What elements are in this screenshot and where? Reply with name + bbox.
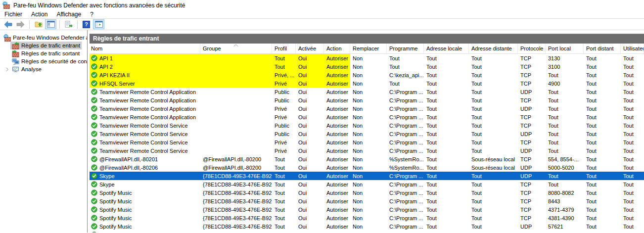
cell-local_address: Tout (424, 79, 469, 88)
cell-protocol: UDP (518, 104, 546, 113)
cell-local_address: Tout (424, 188, 469, 197)
sidebar-item-analyse[interactable]: Analyse (0, 65, 87, 73)
sidebar-item-pare-feu-windows-defender-av[interactable]: Pare-feu Windows Defender av (0, 34, 87, 42)
cell-protocol: UDP (518, 222, 546, 231)
column-header-users[interactable]: Utilisateurs (621, 44, 644, 53)
sidebar-item-r-gles-de-s-curit-de-conne[interactable]: Règles de sécurité de conne (0, 57, 87, 65)
column-header-remote_port[interactable]: Port distant (584, 44, 621, 53)
table-row[interactable]: Teamviewer Remote Control ServicePublicO… (90, 121, 644, 130)
action-pane-toggle[interactable] (93, 19, 104, 29)
cell-program: C:\Program ... (387, 180, 424, 188)
up-level-button[interactable] (33, 19, 44, 29)
cell-local_port: Tout (546, 146, 584, 155)
cell-remote_port: Tout (584, 188, 621, 197)
cell-action: Autoriser (324, 205, 350, 214)
check-icon (91, 114, 97, 120)
rule-name: Spotify Music (99, 215, 132, 221)
table-row[interactable]: Spotify Music{78E1CD88-49E3-476E-B926-..… (90, 214, 644, 222)
console-tree-toggle[interactable] (45, 19, 56, 29)
column-header-label: Groupe (203, 46, 221, 51)
column-header-label: Profil (275, 46, 287, 51)
table-row[interactable]: @FirewallAPI.dll,-80206@FirewallAPI.dll,… (90, 163, 644, 172)
table-row[interactable]: Skype{78E1CD88-49E3-476E-B926-...ToutOui… (90, 172, 644, 180)
table-row[interactable]: Teamviewer Remote Control ServicePrivéOu… (90, 146, 644, 155)
cell-local_port: Tout (546, 113, 584, 121)
back-button[interactable] (2, 19, 14, 29)
table-row[interactable]: @FirewallAPI.dll,-80201@FirewallAPI.dll,… (90, 155, 644, 163)
rule-name: Skype (99, 173, 115, 179)
menu-item-help[interactable]: ? (86, 11, 98, 19)
table-row[interactable]: HFSQL ServerPrivéOuiAutoriserNonToutTout… (90, 79, 644, 88)
table-row[interactable]: API 2ToutOuiAutoriserNonToutToutToutTCP3… (90, 62, 644, 71)
column-header-enabled[interactable]: Activée (296, 44, 324, 53)
table-row[interactable]: Spotify Music{78E1CD88-49E3-476E-B926-..… (90, 205, 644, 214)
chevron-right-icon[interactable] (4, 67, 10, 72)
cell-action: Autoriser (324, 62, 350, 71)
menu-item-affichage[interactable]: Affichage (52, 11, 86, 19)
rule-name: Teamviewer Remote Control Service (99, 123, 188, 129)
table-row[interactable]: Spotify Music{78E1CD88-49E3-476E-B926-..… (90, 197, 644, 205)
tree-item-content: Règles de trafic entrant (10, 42, 82, 49)
cell-group: {78E1CD88-49E3-476E-B926-... (200, 180, 272, 188)
cell-override: Non (350, 96, 387, 104)
cell-profile: Public (272, 96, 296, 104)
table-row[interactable]: Teamviewer Remote Control ApplicationPub… (90, 96, 644, 104)
check-icon (91, 105, 97, 112)
column-header-name[interactable]: Nom (90, 44, 200, 53)
cell-profile: Privé (272, 104, 296, 113)
column-header-local_address[interactable]: Adresse locale (424, 44, 469, 53)
rule-name: Skype (99, 182, 115, 187)
column-header-program[interactable]: Programme (387, 44, 424, 53)
cell-group (200, 138, 272, 146)
sidebar-item-r-gles-de-trafic-entrant[interactable]: Règles de trafic entrant (0, 42, 87, 49)
cell-users: Tout (621, 138, 644, 146)
column-header-action[interactable]: Action (324, 44, 350, 53)
cell-group (200, 130, 272, 138)
table-row[interactable]: Teamviewer Remote Control ApplicationPub… (90, 88, 644, 96)
column-header-label: Adresse locale (426, 46, 462, 51)
tree-item-label: Pare-feu Windows Defender av (13, 35, 87, 41)
menu-bar: FichierActionAffichage? (0, 11, 644, 19)
cell-program: C:\Program ... (387, 214, 424, 222)
cell-name: API 1 (90, 54, 200, 62)
table-row[interactable]: Teamviewer Remote Control ApplicationPri… (90, 104, 644, 113)
table-row[interactable]: Spotify Music{78E1CD88-49E3-476E-B926-..… (90, 231, 644, 233)
table-row[interactable]: Teamviewer Remote Control ServicePublicO… (90, 130, 644, 138)
cell-protocol: UDP (518, 163, 546, 172)
column-header-label: Action (326, 46, 342, 51)
cell-override: Non (350, 54, 387, 62)
table-row[interactable]: API 1ToutOuiAutoriserNonToutToutToutTCP3… (90, 54, 644, 62)
column-header-local_port[interactable]: Port local (546, 44, 584, 53)
menu-item-fichier[interactable]: Fichier (0, 11, 27, 19)
cell-local_port: 4900 (546, 79, 584, 88)
help-button[interactable]: ? (81, 19, 92, 29)
export-list-button[interactable] (63, 19, 74, 29)
column-header-override[interactable]: Remplacer (350, 44, 387, 53)
cell-action: Autoriser (324, 180, 350, 188)
column-header-profile[interactable]: Profil (272, 44, 296, 53)
table-row[interactable]: Spotify Music{78E1CD88-49E3-476E-B926-..… (90, 222, 644, 231)
cell-remote_port: Tout (584, 113, 621, 121)
menu-item-action[interactable]: Action (27, 11, 52, 19)
cell-remote_port: Tout (584, 155, 621, 163)
cell-enabled: Oui (296, 88, 324, 96)
forward-button[interactable] (15, 19, 26, 29)
check-icon (91, 206, 97, 213)
column-header-group[interactable]: Groupe (200, 44, 272, 53)
cell-remote_port: Tout (584, 146, 621, 155)
sidebar-item-r-gles-de-trafic-sortant[interactable]: Règles de trafic sortant (0, 49, 87, 57)
cell-local_port: 57621-57... (546, 231, 584, 233)
column-header-remote_address[interactable]: Adresse distante (469, 44, 518, 53)
table-row[interactable]: Teamviewer Remote Control ApplicationPri… (90, 113, 644, 121)
cell-protocol: TCP (518, 138, 546, 146)
table-row[interactable]: Spotify Music{78E1CD88-49E3-476E-B926-..… (90, 188, 644, 197)
table-row[interactable]: Teamviewer Remote Control ServicePrivéOu… (90, 138, 644, 146)
check-icon (91, 55, 97, 61)
cell-local_port: Tout (546, 96, 584, 104)
cell-users: Tout (621, 104, 644, 113)
table-row[interactable]: Skype{78E1CD88-49E3-476E-B926-...ToutOui… (90, 180, 644, 188)
cell-program: C:\Program ... (387, 138, 424, 146)
cell-name: Teamviewer Remote Control Application (90, 88, 200, 96)
table-row[interactable]: API KEZIA IIPrivé, ...OuiAutoriserNonC:\… (90, 71, 644, 79)
column-header-protocol[interactable]: Protocole (518, 44, 546, 53)
